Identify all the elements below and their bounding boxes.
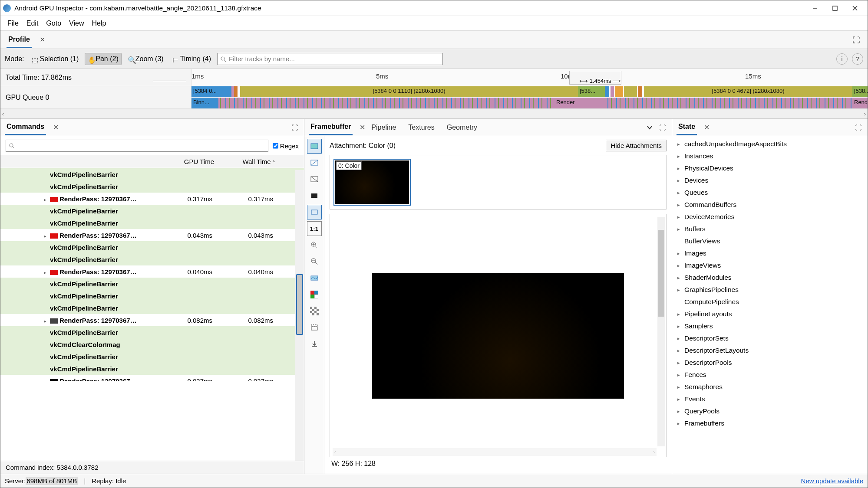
framebuffer-close[interactable]: ✕: [360, 123, 365, 131]
help-icon[interactable]: ?: [852, 53, 863, 65]
renderpass-row[interactable]: ▸RenderPass: 12970367…0.040ms0.040ms: [0, 265, 304, 278]
state-node[interactable]: ▸Devices: [672, 174, 868, 187]
expand-icon[interactable]: [854, 123, 863, 132]
timeline-segment[interactable]: [234, 86, 238, 97]
renderpass-row[interactable]: ▸RenderPass: 12970367…0.317ms0.317ms: [0, 193, 304, 205]
command-row[interactable]: vkCmdPipelineBarrier: [0, 290, 304, 302]
tool-zoom-out-icon[interactable]: [307, 254, 322, 269]
menu-edit[interactable]: Edit: [23, 18, 42, 29]
tool-fit-icon[interactable]: [307, 205, 322, 219]
state-node[interactable]: ▸PipelineLayouts: [672, 308, 868, 320]
regex-checkbox[interactable]: Regex: [273, 140, 299, 152]
state-node[interactable]: ▸Buffers: [672, 223, 868, 235]
timeline-segment[interactable]: [624, 86, 637, 97]
col-gpu-time[interactable]: GPU Time: [157, 155, 218, 168]
command-row[interactable]: vkCmdPipelineBarrier: [0, 363, 304, 375]
state-node[interactable]: ▸Queues: [672, 187, 868, 199]
timeline-segment[interactable]: [5384 0...: [191, 86, 231, 97]
expand-icon[interactable]: [290, 123, 300, 132]
tab-geometry[interactable]: Geometry: [441, 120, 483, 135]
maximize-button[interactable]: [825, 1, 845, 15]
tab-textures[interactable]: Textures: [402, 120, 440, 135]
preview-horizontal-scrollbar[interactable]: ‹›: [333, 448, 657, 456]
tool-rect-flip-icon[interactable]: [307, 155, 322, 170]
state-node[interactable]: ▸DeviceMemories: [672, 211, 868, 223]
state-node[interactable]: ComputePipelines: [672, 296, 868, 308]
state-node[interactable]: ▸Semaphores: [672, 381, 868, 393]
tool-rect-diag-icon[interactable]: [307, 172, 322, 187]
timeline-segment[interactable]: [5384 0 0 4672] (2280x1080): [644, 86, 852, 97]
minimize-button[interactable]: [805, 1, 825, 15]
timeline-segment[interactable]: [5384 0 0 1110] (2280x1080): [240, 86, 578, 97]
close-button[interactable]: [845, 1, 865, 15]
timeline-segment[interactable]: [605, 86, 609, 97]
tab-profile[interactable]: Profile: [7, 31, 32, 48]
commands-close[interactable]: ✕: [53, 123, 59, 131]
state-node[interactable]: ▸Framebuffers: [672, 417, 868, 429]
command-row[interactable]: vkCmdPipelineBarrier: [0, 253, 304, 265]
menu-help[interactable]: Help: [88, 18, 109, 29]
renderpass-row[interactable]: ▸RenderPass: 12970367…0.082ms0.082ms: [0, 314, 304, 326]
mode-selection[interactable]: ⬚Selection (1): [29, 53, 81, 65]
mode-pan[interactable]: ✋Pan (2): [85, 53, 121, 65]
state-node[interactable]: ▸PhysicalDevices: [672, 162, 868, 174]
timeline-segment[interactable]: [615, 86, 623, 97]
menu-goto[interactable]: Goto: [43, 18, 65, 29]
timeline-segment[interactable]: [638, 86, 642, 97]
commands-search-input[interactable]: [6, 140, 268, 152]
state-node[interactable]: ▸ImageViews: [672, 259, 868, 272]
tab-pipeline[interactable]: Pipeline: [365, 120, 402, 135]
chevron-down-icon[interactable]: [645, 123, 654, 132]
framebuffer-preview[interactable]: ‹›: [330, 214, 667, 457]
timeline-segment[interactable]: Render: [554, 98, 605, 108]
tool-histogram-icon[interactable]: [307, 271, 322, 285]
timeline-segment[interactable]: [538...: [578, 86, 605, 97]
tool-download-icon[interactable]: [307, 337, 322, 351]
renderpass-row[interactable]: ▸RenderPass: 12970367…0.043ms0.043ms: [0, 229, 304, 241]
tab-framebuffer[interactable]: Framebuffer: [309, 119, 353, 135]
filter-tracks-input[interactable]: [217, 53, 443, 65]
tool-rect-solid-icon[interactable]: [307, 188, 322, 203]
timeline-segment[interactable]: Binn...: [191, 98, 218, 108]
command-row[interactable]: vkCmdPipelineBarrier: [0, 217, 304, 229]
state-tree[interactable]: ▸cachedUnpackedImageAspectBits▸Instances…: [672, 136, 868, 474]
state-node[interactable]: ▸DescriptorSetLayouts: [672, 344, 868, 357]
state-node[interactable]: ▸Instances: [672, 150, 868, 162]
renderpass-row[interactable]: ▸RenderPass: 12970367…0.037ms0.037ms: [0, 375, 304, 381]
tab-commands[interactable]: Commands: [5, 119, 46, 135]
update-link[interactable]: New update available: [801, 477, 863, 485]
tab-profile-close[interactable]: ✕: [40, 36, 45, 44]
expand-icon[interactable]: [851, 35, 861, 45]
state-node[interactable]: ▸GraphicsPipelines: [672, 284, 868, 296]
preview-vertical-scrollbar[interactable]: [657, 217, 665, 446]
state-node[interactable]: ▸QueryPools: [672, 405, 868, 417]
tool-checker-icon[interactable]: [307, 304, 322, 318]
command-row[interactable]: vkCmdPipelineBarrier: [0, 168, 304, 180]
commands-vertical-scrollbar[interactable]: [295, 170, 304, 461]
gpu-queue-track[interactable]: [5384 0...[5384 0 0 1110] (2280x1080)[53…: [191, 86, 868, 108]
timeline-segment[interactable]: [611, 86, 614, 97]
tool-one-to-one-icon[interactable]: 1:1: [307, 221, 322, 236]
expand-icon[interactable]: [658, 123, 667, 132]
timeline-segment[interactable]: Render: [852, 98, 868, 108]
state-node[interactable]: BufferViews: [672, 235, 868, 247]
state-node[interactable]: ▸DescriptorSets: [672, 332, 868, 344]
menu-view[interactable]: View: [66, 18, 87, 29]
state-node[interactable]: ▸ShaderModules: [672, 272, 868, 284]
state-node[interactable]: ▸Events: [672, 393, 868, 405]
mode-zoom[interactable]: 🔍Zoom (3): [125, 53, 166, 65]
timeline-segment[interactable]: [538...: [852, 86, 868, 97]
tool-zoom-in-icon[interactable]: [307, 238, 322, 252]
state-node[interactable]: ▸Samplers: [672, 320, 868, 332]
info-icon[interactable]: i: [836, 53, 848, 65]
state-node[interactable]: ▸CommandBuffers: [672, 199, 868, 211]
command-row[interactable]: vkCmdPipelineBarrier: [0, 326, 304, 338]
tool-crop-icon[interactable]: [307, 320, 322, 335]
command-row[interactable]: vkCmdPipelineBarrier: [0, 278, 304, 290]
col-wall-time[interactable]: Wall Time ^: [218, 155, 278, 168]
menu-file[interactable]: File: [4, 18, 22, 29]
command-row[interactable]: vkCmdPipelineBarrier: [0, 350, 304, 363]
state-node[interactable]: ▸Fences: [672, 369, 868, 381]
hide-attachments-button[interactable]: Hide Attachments: [606, 140, 667, 151]
command-row[interactable]: vkCmdPipelineBarrier: [0, 205, 304, 217]
